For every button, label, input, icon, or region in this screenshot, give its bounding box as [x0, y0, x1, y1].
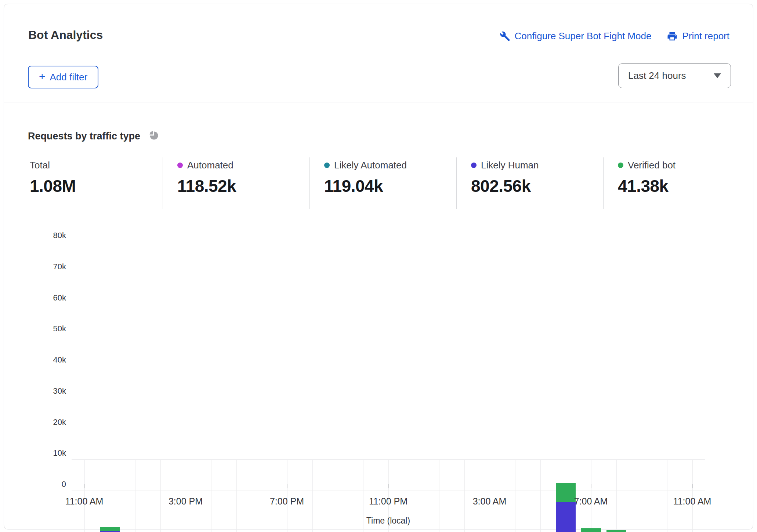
verified-bot-legend-dot [618, 163, 623, 168]
stacked-bar[interactable] [581, 528, 601, 532]
pie-chart-icon [148, 130, 159, 143]
vertical-gridline [84, 459, 85, 532]
stat-automated-label: Automated [187, 160, 233, 171]
x-tick-mark [692, 484, 693, 488]
bar-segment-likely-human[interactable] [556, 502, 576, 532]
y-tick-label: 50k [40, 324, 66, 334]
x-axis-title: Time (local) [366, 516, 410, 526]
stat-total-value: 1.08M [30, 176, 76, 196]
section-heading: Requests by traffic type [28, 130, 159, 143]
configure-link-label: Configure Super Bot Fight Mode [515, 30, 652, 42]
add-filter-label: Add filter [50, 72, 87, 83]
x-tick-mark [84, 484, 85, 488]
vertical-gridline [186, 459, 186, 532]
vertical-gridline [312, 459, 313, 532]
header-divider [4, 102, 753, 102]
horizontal-gridline [72, 491, 705, 491]
vertical-gridline [363, 459, 363, 532]
printer-icon [667, 31, 678, 42]
x-tick-label: 7:00 AM [574, 496, 608, 507]
vertical-gridline [236, 459, 237, 532]
vertical-gridline [616, 459, 617, 532]
vertical-gridline [490, 459, 490, 532]
x-tick-label: 11:00 AM [65, 496, 104, 507]
x-tick-mark [591, 484, 591, 488]
vertical-gridline [642, 459, 642, 532]
chevron-down-icon [714, 73, 721, 78]
time-range-dropdown[interactable]: Last 24 hours [618, 63, 731, 88]
x-tick-mark [287, 484, 287, 488]
stat-likely-automated-label: Likely Automated [334, 160, 407, 171]
stacked-bar[interactable] [556, 483, 576, 532]
time-range-value: Last 24 hours [628, 70, 686, 81]
y-tick-label: 0 [40, 480, 66, 489]
stat-verified-bot-label: Verified bot [628, 160, 675, 171]
likely-human-legend-dot [471, 163, 477, 168]
vertical-gridline [338, 459, 338, 532]
bar-segment-verified-bot[interactable] [556, 483, 576, 502]
vertical-gridline [287, 459, 287, 532]
stat-likely-human: Likely Human 802.56k [471, 160, 539, 196]
y-tick-label: 30k [40, 386, 66, 396]
x-tick-label: 11:00 AM [673, 496, 711, 507]
vertical-gridline [591, 459, 591, 532]
vertical-gridline [211, 459, 211, 532]
requests-chart: Requests 010k20k30k40k50k60k70k80k 11:00… [0, 224, 757, 532]
stat-total: Total 1.08M [30, 160, 76, 196]
plus-icon: + [39, 71, 46, 82]
vertical-gridline [439, 459, 439, 532]
bar-segment-verified-bot[interactable] [606, 530, 626, 532]
y-tick-label: 10k [40, 448, 66, 458]
stacked-bar[interactable] [100, 527, 120, 532]
bar-segment-verified-bot[interactable] [581, 528, 601, 532]
print-link-label: Print report [682, 30, 729, 42]
horizontal-gridline [72, 459, 705, 460]
page-title: Bot Analytics [28, 28, 103, 42]
vertical-gridline [262, 459, 262, 532]
automated-legend-dot [177, 163, 183, 168]
stat-divider [309, 157, 310, 209]
vertical-gridline [464, 459, 465, 532]
stat-likely-human-value: 802.56k [471, 176, 539, 196]
stat-divider [163, 157, 163, 209]
stat-likely-automated-value: 119.04k [324, 176, 407, 196]
y-tick-label: 20k [40, 418, 66, 427]
section-heading-label: Requests by traffic type [28, 131, 140, 142]
vertical-gridline [110, 459, 110, 532]
stat-automated: Automated 118.52k [177, 160, 236, 196]
y-tick-label: 60k [40, 293, 66, 303]
y-tick-label: 80k [40, 231, 66, 240]
wrench-icon [499, 31, 510, 42]
x-tick-label: 3:00 AM [473, 496, 507, 507]
x-tick-mark [186, 484, 186, 488]
y-tick-label: 70k [40, 262, 66, 272]
x-tick-mark [490, 484, 490, 488]
stat-total-label: Total [30, 160, 50, 171]
stat-automated-value: 118.52k [177, 176, 236, 196]
stat-likely-automated: Likely Automated 119.04k [324, 160, 407, 196]
bar-segment-verified-bot[interactable] [100, 527, 120, 531]
vertical-gridline [667, 459, 667, 532]
print-report-link[interactable]: Print report [667, 30, 729, 42]
vertical-gridline [540, 459, 541, 532]
stat-likely-human-label: Likely Human [481, 160, 539, 171]
stats-row: Total 1.08M Automated 118.52k Likely Aut… [4, 157, 753, 212]
add-filter-button[interactable]: + Add filter [28, 66, 98, 88]
stat-verified-bot: Verified bot 41.38k [618, 160, 675, 196]
vertical-gridline [515, 459, 515, 532]
stat-divider [456, 157, 457, 209]
vertical-gridline [135, 459, 135, 532]
vertical-gridline [160, 459, 161, 532]
y-tick-label: 40k [40, 355, 66, 365]
stat-divider [603, 157, 604, 209]
x-tick-label: 3:00 PM [169, 496, 203, 507]
x-tick-label: 11:00 PM [369, 496, 408, 507]
vertical-gridline [414, 459, 414, 532]
x-tick-label: 7:00 PM [270, 496, 304, 507]
y-axis-title: Requests [22, 456, 37, 532]
configure-super-bot-fight-mode-link[interactable]: Configure Super Bot Fight Mode [499, 30, 652, 42]
likely-automated-legend-dot [324, 163, 330, 168]
stacked-bar[interactable] [606, 530, 626, 532]
header-links: Configure Super Bot Fight Mode Print rep… [499, 30, 729, 42]
x-tick-mark [388, 484, 389, 488]
